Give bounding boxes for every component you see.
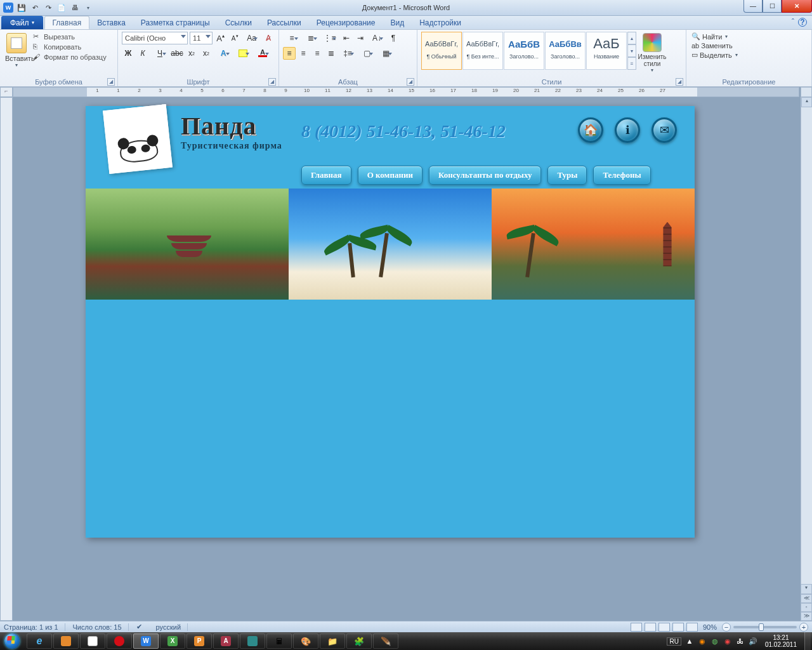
styles-dialog-launcher[interactable]: ◢	[676, 78, 683, 86]
browse-object-button[interactable]: ◦	[801, 603, 812, 612]
multilevel-button[interactable]: ⋮≡	[321, 32, 339, 44]
replace-button[interactable]: abЗаменить	[690, 41, 808, 50]
status-proofing-icon[interactable]: ✔	[136, 623, 148, 631]
align-right-button[interactable]: ≡	[311, 47, 324, 60]
save-icon[interactable]: 💾	[16, 2, 27, 13]
gallery-down-button[interactable]: ▾	[627, 44, 636, 57]
styles-gallery[interactable]: АаБбВвГг,¶ Обычный АаБбВвГг,¶ Без инте..…	[421, 32, 636, 70]
tray-flag-icon[interactable]: ▲	[685, 637, 694, 646]
tray-network-icon[interactable]: 🖧	[736, 637, 745, 646]
taskbar-outlook[interactable]	[53, 633, 79, 649]
taskbar-word[interactable]: W	[133, 633, 159, 649]
qat-customize-icon[interactable]: ▾	[82, 2, 94, 13]
status-language[interactable]: русский	[156, 623, 188, 631]
font-name-combo[interactable]: Calibri (Осно	[122, 32, 188, 44]
tab-home[interactable]: Главная	[44, 16, 90, 29]
style-normal[interactable]: АаБбВвГг,¶ Обычный	[421, 32, 462, 70]
file-tab[interactable]: Файл ▾	[1, 16, 43, 29]
ruler-toggle[interactable]	[801, 87, 812, 97]
redo-icon[interactable]: ↷	[43, 2, 54, 13]
gallery-more-button[interactable]: ≡	[627, 57, 636, 70]
tray-lang[interactable]: RU	[667, 637, 681, 646]
maximize-button[interactable]: ☐	[763, 0, 782, 13]
italic-button[interactable]: К	[136, 47, 149, 60]
tab-review[interactable]: Рецензирование	[309, 16, 383, 29]
underline-button[interactable]: Ч	[151, 47, 169, 60]
sort-button[interactable]: A↓	[368, 32, 386, 44]
strikethrough-button[interactable]: abc	[171, 47, 183, 60]
scroll-down-button[interactable]: ▾	[801, 584, 812, 594]
style-heading1[interactable]: АаБбВЗаголово...	[504, 32, 544, 70]
qat-extra2-icon[interactable]: 🖶	[69, 2, 81, 13]
text-effects-button[interactable]: A	[214, 47, 232, 60]
undo-icon[interactable]: ↶	[29, 2, 41, 13]
taskbar-publisher[interactable]	[240, 633, 265, 649]
tab-addins[interactable]: Надстройки	[412, 16, 469, 29]
page[interactable]: Панда Туристическая фирма 8 (4012) 51-46…	[86, 106, 695, 538]
decrease-indent-button[interactable]: ⇤	[340, 32, 353, 44]
taskbar-explorer[interactable]: 📁	[320, 633, 345, 649]
borders-button[interactable]: ▦	[377, 47, 395, 60]
font-color-button[interactable]: A	[254, 47, 272, 60]
next-page-button[interactable]: ≫	[801, 612, 812, 621]
tab-references[interactable]: Ссылки	[218, 16, 259, 29]
cut-button[interactable]: ✂Вырезать	[32, 32, 108, 42]
justify-button[interactable]: ≣	[325, 47, 337, 60]
increase-indent-button[interactable]: ⇥	[354, 32, 367, 44]
font-dialog-launcher[interactable]: ◢	[268, 78, 276, 86]
find-button[interactable]: 🔍Найти▾	[690, 32, 808, 41]
ruler-corner[interactable]: ⌐	[0, 87, 13, 97]
style-no-spacing[interactable]: АаБбВвГг,¶ Без инте...	[462, 32, 503, 70]
vertical-ruler[interactable]	[0, 97, 13, 621]
vertical-scrollbar[interactable]: ▴ ▾ ≪ ◦ ≫	[801, 97, 812, 621]
taskbar-powerpoint[interactable]: P	[187, 633, 212, 649]
tray-icon2[interactable]: ◍	[710, 637, 719, 646]
zoom-level[interactable]: 90%	[703, 623, 717, 631]
taskbar-app1[interactable]	[80, 633, 105, 649]
zoom-in-button[interactable]: +	[799, 623, 808, 632]
shrink-font-button[interactable]: A▾	[228, 32, 241, 44]
status-words[interactable]: Число слов: 15	[73, 623, 129, 631]
change-case-button[interactable]: Aa	[243, 32, 260, 44]
copy-button[interactable]: ⎘Копировать	[32, 42, 108, 52]
zoom-out-button[interactable]: −	[722, 623, 731, 632]
tray-clock[interactable]: 13:21 01.02.2011	[761, 634, 801, 648]
bold-button[interactable]: Ж	[122, 47, 134, 60]
change-styles-button[interactable]: Изменить стили ▾	[636, 32, 668, 77]
clear-formatting-button[interactable]: A̷	[262, 32, 275, 44]
gallery-up-button[interactable]: ▴	[627, 32, 636, 44]
align-left-button[interactable]: ≡	[283, 47, 296, 60]
tab-page-layout[interactable]: Разметка страницы	[133, 16, 218, 29]
fullscreen-view-button[interactable]	[645, 623, 656, 632]
taskbar-app3[interactable]: 🪶	[373, 633, 398, 649]
show-desktop-button[interactable]	[804, 632, 811, 650]
format-painter-button[interactable]: 🖌Формат по образцу	[32, 52, 108, 62]
style-heading2[interactable]: АаБбВвЗаголово...	[545, 32, 586, 70]
tray-icon3[interactable]: ◉	[723, 637, 732, 646]
taskbar-excel[interactable]: X	[160, 633, 185, 649]
shading-button[interactable]: ▢	[358, 47, 376, 60]
taskbar-access[interactable]: A	[213, 633, 239, 649]
select-button[interactable]: ▭Выделить▾	[690, 50, 808, 60]
taskbar-calculator[interactable]: 🖩	[266, 633, 292, 649]
minimize-ribbon-icon[interactable]: ˆ	[792, 18, 794, 27]
zoom-slider[interactable]	[733, 626, 797, 628]
paste-button[interactable]: Вставить ▾	[4, 32, 29, 69]
taskbar-app2[interactable]: 🧩	[346, 633, 372, 649]
close-button[interactable]: ✕	[782, 0, 812, 13]
font-size-combo[interactable]: 11	[190, 32, 213, 44]
tab-view[interactable]: Вид	[383, 16, 412, 29]
tab-mailings[interactable]: Рассылки	[259, 16, 309, 29]
web-view-button[interactable]	[658, 623, 670, 632]
highlight-button[interactable]	[234, 47, 252, 60]
status-page[interactable]: Страница: 1 из 1	[4, 623, 65, 631]
clipboard-dialog-launcher[interactable]: ◢	[107, 78, 115, 86]
draft-view-button[interactable]	[686, 623, 698, 632]
style-title[interactable]: АаБНазвание	[586, 32, 627, 70]
start-button[interactable]	[0, 632, 24, 650]
superscript-button[interactable]: x2	[200, 47, 213, 60]
outline-view-button[interactable]	[672, 623, 684, 632]
line-spacing-button[interactable]: ‡≡	[339, 47, 357, 60]
paragraph-dialog-launcher[interactable]: ◢	[407, 78, 414, 86]
tray-icon1[interactable]: ◉	[698, 637, 707, 646]
